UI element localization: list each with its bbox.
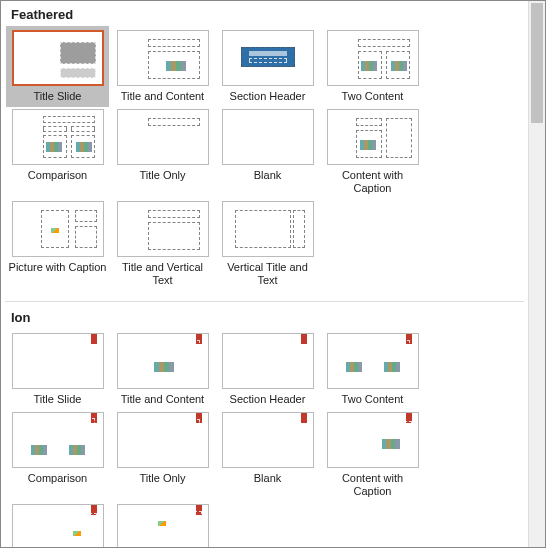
- layout-thumb: [327, 109, 419, 165]
- layout-thumb: [117, 109, 209, 165]
- layout-item-ion-title-slide[interactable]: Title Slide: [6, 333, 109, 406]
- layout-label: Title and Vertical Text: [111, 259, 214, 287]
- layout-label: Comparison: [6, 470, 109, 485]
- layout-thumb: [222, 109, 314, 165]
- layout-item-title-slide[interactable]: Title Slide: [6, 26, 109, 107]
- section-separator: [5, 301, 524, 302]
- scrollbar-thumb[interactable]: [531, 3, 543, 123]
- layout-item-ion-title-only[interactable]: Title Only: [111, 412, 214, 498]
- layout-item-title-and-vertical-text[interactable]: Title and Vertical Text: [111, 201, 214, 287]
- ribbon-icon: [91, 334, 97, 344]
- layout-thumb: [327, 412, 419, 468]
- layout-thumb: [327, 30, 419, 86]
- layout-label: Content with Caption: [321, 167, 424, 195]
- layout-gallery-panel: Feathered Title Slide Title and Content: [1, 1, 528, 547]
- layout-label: Title Slide: [6, 88, 109, 103]
- layout-label: Title and Content: [111, 88, 214, 103]
- layout-thumb: [12, 333, 104, 389]
- layout-label: Comparison: [6, 167, 109, 182]
- section-header-feathered: Feathered: [1, 1, 528, 26]
- layout-label: Title and Content: [111, 391, 214, 406]
- layout-thumb: [12, 30, 104, 86]
- layout-label: Two Content: [321, 88, 424, 103]
- layout-label: Blank: [216, 167, 319, 182]
- ribbon-icon: [301, 334, 307, 344]
- layout-item-ion-section-header[interactable]: Section Header: [216, 333, 319, 406]
- gallery-feathered: Title Slide Title and Content Section He…: [1, 26, 528, 295]
- layout-thumb: [222, 412, 314, 468]
- layout-item-blank[interactable]: Blank: [216, 109, 319, 195]
- ribbon-icon: [301, 413, 307, 423]
- layout-thumb: [117, 30, 209, 86]
- layout-thumb: [117, 333, 209, 389]
- layout-thumb: [327, 333, 419, 389]
- layout-label: Blank: [216, 470, 319, 485]
- layout-label: Title Only: [111, 167, 214, 182]
- layout-thumb: [117, 201, 209, 257]
- layout-label: Section Header: [216, 391, 319, 406]
- layout-item-ion-panoramic-picture-with-caption[interactable]: Panoramic Picture with Caption: [111, 504, 214, 547]
- layout-item-ion-title-and-content[interactable]: Title and Content: [111, 333, 214, 406]
- layout-thumb: [12, 201, 104, 257]
- layout-item-ion-two-content[interactable]: Two Content: [321, 333, 424, 406]
- layout-label: Title Only: [111, 470, 214, 485]
- layout-thumb: [12, 109, 104, 165]
- layout-item-ion-blank[interactable]: Blank: [216, 412, 319, 498]
- layout-item-vertical-title-and-text[interactable]: Vertical Title and Text: [216, 201, 319, 287]
- layout-thumb: [222, 333, 314, 389]
- layout-thumb: [12, 504, 104, 547]
- layout-label: Content with Caption: [321, 470, 424, 498]
- gallery-ion: Title Slide Title and Content Section He…: [1, 329, 528, 547]
- layout-label: Two Content: [321, 391, 424, 406]
- layout-item-ion-picture-with-caption[interactable]: Picture with Caption: [6, 504, 109, 547]
- layout-item-section-header[interactable]: Section Header: [216, 30, 319, 103]
- layout-label: Section Header: [216, 88, 319, 103]
- layout-thumb: [12, 412, 104, 468]
- layout-label: Vertical Title and Text: [216, 259, 319, 287]
- layout-item-comparison[interactable]: Comparison: [6, 109, 109, 195]
- layout-item-ion-content-with-caption[interactable]: Content with Caption: [321, 412, 424, 498]
- layout-label: Title Slide: [6, 391, 109, 406]
- layout-thumb: [117, 504, 209, 547]
- layout-thumb: [117, 412, 209, 468]
- layout-item-content-with-caption[interactable]: Content with Caption: [321, 109, 424, 195]
- layout-item-title-and-content[interactable]: Title and Content: [111, 30, 214, 103]
- layout-item-picture-with-caption[interactable]: Picture with Caption: [6, 201, 109, 287]
- layout-label: Picture with Caption: [6, 259, 109, 274]
- section-header-ion: Ion: [1, 304, 528, 329]
- layout-item-two-content[interactable]: Two Content: [321, 30, 424, 103]
- vertical-scrollbar[interactable]: [528, 1, 545, 547]
- layout-item-title-only[interactable]: Title Only: [111, 109, 214, 195]
- layout-thumb: [222, 201, 314, 257]
- layout-item-ion-comparison[interactable]: Comparison: [6, 412, 109, 498]
- layout-thumb: [222, 30, 314, 86]
